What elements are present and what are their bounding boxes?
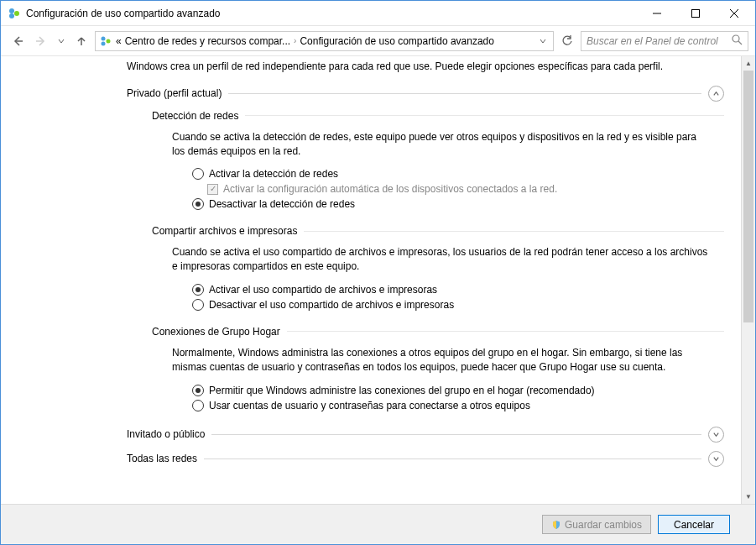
address-bar[interactable]: « Centro de redes y recursos compar... ›… [95, 31, 554, 51]
cancel-label: Cancelar [674, 519, 714, 531]
chevron-right-icon: › [294, 36, 296, 45]
minimize-button[interactable] [638, 1, 676, 26]
checkbox-auto-config: Activar la configuración automática de l… [207, 183, 724, 195]
window-title: Configuración de uso compartido avanzado [26, 8, 638, 19]
close-button[interactable] [715, 1, 753, 26]
address-dropdown[interactable] [536, 38, 550, 45]
section-private-label: Privado (perfil actual) [127, 87, 222, 99]
subsection-sharing-header: Compartir archivos e impresoras [152, 225, 724, 237]
section-guest-label: Invitado o público [127, 428, 205, 440]
breadcrumb-prefix: « [116, 35, 122, 47]
radio-sharing-off[interactable]: Desactivar el uso compartido de archivos… [192, 299, 724, 311]
radio-sharing-on[interactable]: Activar el uso compartido de archivos e … [192, 284, 724, 296]
svg-point-11 [102, 41, 106, 45]
search-placeholder: Buscar en el Panel de control [587, 35, 727, 47]
section-all-header[interactable]: Todas las redes [127, 451, 724, 467]
intro-text: Windows crea un perfil de red independie… [127, 60, 697, 74]
chevron-down-icon [708, 451, 724, 467]
refresh-button[interactable] [557, 31, 577, 51]
radio-detection-on[interactable]: Activar la detección de redes [192, 168, 724, 180]
section-guest-header[interactable]: Invitado o público [127, 427, 724, 443]
detection-desc: Cuando se activa la detección de redes, … [172, 130, 709, 159]
scrollbar[interactable]: ▲ ▼ [741, 56, 755, 504]
checkbox-label: Activar la configuración automática de l… [223, 183, 557, 195]
recent-dropdown[interactable] [55, 31, 68, 51]
checkbox-icon [207, 184, 218, 195]
radio-detection-off[interactable]: Desactivar la detección de redes [192, 198, 724, 210]
svg-point-1 [14, 11, 19, 16]
svg-point-12 [733, 35, 739, 42]
network-icon [99, 34, 112, 48]
radio-icon [192, 400, 204, 411]
radio-label: Permitir que Windows administre las cone… [209, 385, 595, 396]
section-private-header[interactable]: Privado (perfil actual) [127, 86, 724, 102]
maximize-button[interactable] [676, 1, 715, 26]
scroll-up-icon[interactable]: ▲ [742, 56, 755, 71]
radio-icon [192, 284, 204, 296]
back-button[interactable] [8, 31, 28, 51]
svg-point-2 [9, 13, 14, 18]
radio-icon [192, 168, 204, 180]
subsection-sharing-label: Compartir archivos e impresoras [152, 225, 297, 237]
save-button[interactable]: Guardar cambios [542, 515, 651, 534]
radio-label: Desactivar la detección de redes [209, 198, 355, 210]
content-area: Windows crea un perfil de red independie… [1, 56, 741, 504]
radio-icon [192, 299, 204, 311]
titlebar: Configuración de uso compartido avanzado [1, 1, 755, 26]
save-label: Guardar cambios [565, 519, 642, 531]
radio-homegroup-user[interactable]: Usar cuentas de usuario y contraseñas pa… [192, 400, 724, 411]
shield-icon [551, 520, 561, 530]
svg-point-9 [102, 36, 106, 40]
svg-rect-4 [692, 9, 700, 17]
chevron-up-icon [708, 86, 724, 102]
breadcrumb-item-2[interactable]: Configuración de uso compartido avanzado [300, 35, 493, 47]
svg-point-0 [9, 8, 14, 13]
chevron-down-icon [708, 427, 724, 443]
sharing-desc: Cuando se activa el uso compartido de ar… [172, 245, 709, 274]
up-button[interactable] [71, 31, 91, 51]
radio-label: Usar cuentas de usuario y contraseñas pa… [209, 400, 530, 411]
breadcrumb-item-1[interactable]: Centro de redes y recursos compar... [125, 35, 290, 47]
subsection-detection-label: Detección de redes [152, 110, 238, 122]
forward-button[interactable] [31, 31, 51, 51]
radio-icon [192, 198, 204, 210]
scroll-down-icon[interactable]: ▼ [742, 490, 755, 504]
radio-label: Activar el uso compartido de archivos e … [209, 284, 437, 296]
subsection-homegroup-header: Conexiones de Grupo Hogar [152, 326, 724, 338]
section-all-label: Todas las redes [127, 453, 197, 464]
radio-label: Desactivar el uso compartido de archivos… [209, 299, 454, 311]
navbar: « Centro de redes y recursos compar... ›… [1, 26, 755, 56]
svg-point-10 [107, 39, 111, 43]
cancel-button[interactable]: Cancelar [658, 515, 730, 534]
radio-icon [192, 385, 204, 396]
subsection-detection-header: Detección de redes [152, 110, 724, 122]
footer: Guardar cambios Cancelar [1, 504, 755, 544]
radio-label: Activar la detección de redes [209, 168, 338, 180]
subsection-homegroup-label: Conexiones de Grupo Hogar [152, 326, 280, 338]
search-input[interactable]: Buscar en el Panel de control [581, 31, 748, 51]
scrollbar-thumb[interactable] [743, 71, 753, 322]
app-icon [8, 7, 21, 20]
svg-line-13 [738, 41, 742, 45]
radio-homegroup-windows[interactable]: Permitir que Windows administre las cone… [192, 385, 724, 396]
search-icon [732, 34, 743, 48]
homegroup-desc: Normalmente, Windows administra las cone… [172, 346, 709, 375]
